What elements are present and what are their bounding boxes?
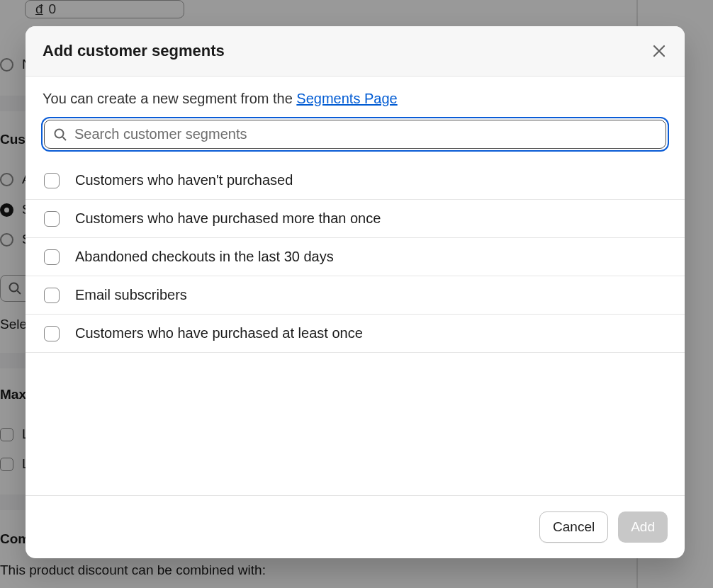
segment-row[interactable]: Abandoned checkouts in the last 30 days (26, 238, 685, 276)
segment-checkbox[interactable] (44, 288, 60, 303)
close-button[interactable] (651, 43, 668, 60)
search-icon (53, 128, 67, 142)
segment-row[interactable]: Customers who haven't purchased (26, 162, 685, 200)
hint-row: You can create a new segment from the Se… (26, 77, 685, 117)
svg-point-4 (55, 129, 64, 137)
modal-footer: Cancel Add (26, 495, 685, 558)
segment-checkbox[interactable] (44, 211, 60, 227)
cancel-button[interactable]: Cancel (539, 511, 608, 543)
segment-list: Customers who haven't purchased Customer… (26, 162, 685, 353)
segment-checkbox[interactable] (44, 249, 60, 265)
modal-title: Add customer segments (43, 42, 225, 60)
modal-body: You can create a new segment from the Se… (26, 77, 685, 495)
segment-label: Customers who have purchased at least on… (75, 325, 363, 341)
add-button[interactable]: Add (618, 511, 668, 543)
segment-checkbox[interactable] (44, 326, 60, 341)
modal-header: Add customer segments (26, 26, 685, 77)
segments-page-link[interactable]: Segments Page (296, 91, 397, 106)
svg-line-5 (63, 137, 67, 140)
segment-row[interactable]: Customers who have purchased at least on… (26, 315, 685, 353)
segment-label: Customers who have purchased more than o… (75, 210, 381, 227)
add-segments-modal: Add customer segments You can create a n… (26, 26, 685, 558)
hint-text: You can create a new segment from the (43, 91, 296, 106)
search-focus-ring (41, 117, 669, 152)
segment-label: Email subscribers (75, 287, 187, 303)
segment-row[interactable]: Email subscribers (26, 276, 685, 315)
search-field[interactable] (44, 120, 666, 149)
segment-label: Customers who haven't purchased (75, 172, 293, 188)
close-icon (651, 43, 668, 60)
segment-checkbox[interactable] (44, 173, 60, 188)
segment-row[interactable]: Customers who have purchased more than o… (26, 200, 685, 238)
search-input[interactable] (74, 126, 657, 142)
segment-label: Abandoned checkouts in the last 30 days (75, 249, 334, 265)
search-wrapper (26, 117, 685, 162)
